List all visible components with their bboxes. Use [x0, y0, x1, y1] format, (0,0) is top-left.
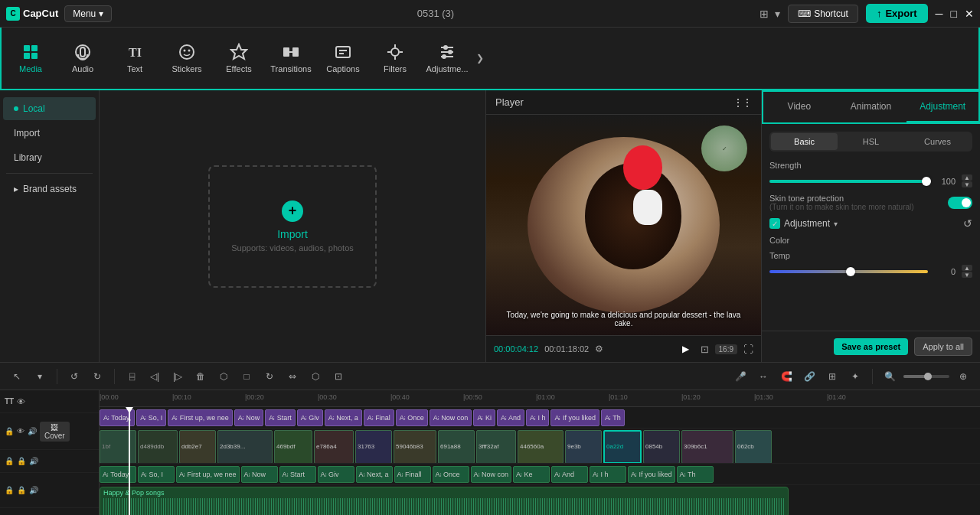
crop-tool[interactable]: ⊡ — [329, 367, 348, 386]
maximize-icon[interactable]: □ — [951, 8, 957, 20]
left-panel-item-brand-assets[interactable]: ▸ Brand assets — [3, 178, 96, 200]
acap-audio-icon[interactable]: 🔊 — [29, 457, 38, 465]
clip-8[interactable]: 691a88 — [438, 430, 475, 464]
cover-button[interactable]: 🖼 Cover — [40, 422, 70, 442]
skin-tone-toggle[interactable] — [948, 197, 972, 209]
audio-cap-7[interactable]: Aᵢ Finall — [394, 466, 431, 483]
clip-1[interactable]: d489ddb — [138, 430, 178, 464]
caption-item-6[interactable]: Aᵢ Next, a — [325, 409, 362, 426]
clip-11[interactable]: 9e3b — [565, 430, 602, 464]
audio-cap-14[interactable]: Aᵢ Th — [677, 466, 714, 483]
audio-cap-12[interactable]: Aᵢ I h — [590, 466, 626, 483]
left-panel-item-local[interactable]: Local — [3, 97, 96, 120]
clip-4[interactable]: 469bdf — [274, 430, 312, 464]
temp-step-up[interactable]: ▲ — [962, 265, 972, 271]
adjustment-arrow[interactable]: ▾ — [834, 220, 838, 228]
save-preset-button[interactable]: Save as preset — [834, 338, 908, 355]
trim-right-tool[interactable]: |▷ — [168, 367, 187, 386]
clip-12[interactable]: 0a22d — [603, 430, 642, 464]
audio-cap-13[interactable]: Aᵢ If you liked — [628, 466, 675, 483]
audio-cap-11[interactable]: Aᵢ And — [551, 466, 588, 483]
close-icon[interactable]: ✕ — [965, 8, 974, 20]
strength-step-up[interactable]: ▲ — [962, 174, 972, 181]
temp-step-down[interactable]: ▼ — [962, 272, 972, 278]
audio-cap-4[interactable]: Aᵢ Start — [279, 466, 316, 483]
align-icon[interactable]: ⊞ — [823, 367, 841, 386]
tool-text[interactable]: TI Text — [109, 31, 161, 85]
caption-item-7[interactable]: Aᵢ Final — [364, 409, 394, 426]
tt-hide-icon[interactable]: 👁 — [17, 397, 25, 406]
freeze-tool[interactable]: □ — [237, 367, 256, 386]
export-button[interactable]: ↑ Export — [866, 4, 928, 23]
dropdown-icon[interactable]: ▾ — [775, 8, 780, 20]
clip-3[interactable]: 2d3b39... — [217, 430, 273, 464]
zoom-slider[interactable] — [903, 375, 949, 378]
clip-7[interactable]: 59046b83 — [394, 430, 436, 464]
caption-item-5[interactable]: Aᵢ Giv — [297, 409, 323, 426]
play-button[interactable]: ▶ — [678, 341, 694, 357]
strength-stepper[interactable]: ▲ ▼ — [962, 174, 972, 187]
left-panel-item-import[interactable]: Import — [3, 122, 96, 145]
caption-item-12[interactable]: Aᵢ I h — [526, 409, 550, 426]
tab-adjustment[interactable]: Adjustment — [906, 92, 978, 122]
magnet-icon[interactable]: 🧲 — [777, 367, 795, 386]
acap-icon-2[interactable]: 🔒 — [17, 457, 26, 465]
rotate-tool[interactable]: ↻ — [260, 367, 279, 386]
audio-cap-6[interactable]: Aᵢ Next, a — [356, 466, 393, 483]
caption-item-8[interactable]: Aᵢ Once — [396, 409, 428, 426]
clip-13[interactable]: 0854b — [643, 430, 680, 464]
clip-10[interactable]: 446560a — [518, 430, 564, 464]
caption-item-14[interactable]: Aᵢ Th — [601, 409, 625, 426]
caption-item-10[interactable]: Aᵢ Ki — [473, 409, 495, 426]
video-hide-icon[interactable]: 👁 — [17, 427, 24, 435]
music-audio-icon[interactable]: 🔊 — [29, 486, 38, 494]
tool-filters[interactable]: Filters — [369, 31, 421, 85]
clip-0[interactable]: 1bf — [100, 430, 136, 464]
tab-animation[interactable]: Animation — [835, 92, 907, 122]
strength-slider[interactable] — [769, 180, 928, 183]
video-lock-icon[interactable]: 🔒 — [5, 427, 14, 435]
music-icon-2[interactable]: 🔒 — [17, 486, 26, 494]
left-panel-item-library[interactable]: Library — [3, 146, 96, 169]
split-tool[interactable]: ⌸ — [122, 367, 141, 386]
link-icon[interactable]: 🔗 — [800, 367, 818, 386]
tool-audio[interactable]: Audio — [57, 31, 109, 85]
toolbar-more-icon[interactable]: ❯ — [473, 50, 487, 67]
tab-video[interactable]: Video — [763, 92, 835, 122]
temp-slider[interactable] — [769, 270, 928, 273]
sub-tab-hsl[interactable]: HSL — [838, 133, 904, 150]
clip-14[interactable]: 309b6c1 — [681, 430, 733, 464]
grid-view-icon[interactable]: ⊞ — [760, 8, 769, 20]
caption-item-1[interactable]: Aᵢ So, I — [136, 409, 166, 426]
tool-media[interactable]: Media — [5, 31, 57, 85]
music-track[interactable]: Happy & Pop songs — [100, 487, 789, 516]
sub-tab-basic[interactable]: Basic — [771, 133, 838, 150]
import-drop-zone[interactable]: + Import Supports: videos, audios, photo… — [208, 165, 377, 288]
acap-icon-1[interactable]: 🔒 — [5, 457, 14, 465]
player-settings-icon[interactable]: ⚙ — [595, 344, 603, 354]
select-tool[interactable]: ↖ — [8, 367, 26, 386]
strength-step-down[interactable]: ▼ — [962, 181, 972, 187]
temp-stepper[interactable]: ▲ ▼ — [962, 265, 972, 278]
tool-effects[interactable]: Effects — [213, 31, 265, 85]
link-clips-icon[interactable]: ↔ — [754, 367, 773, 386]
menu-button[interactable]: Menu ▾ — [64, 5, 111, 22]
tool-captions[interactable]: Captions — [317, 31, 369, 85]
group-tool[interactable]: ⬡ — [214, 367, 233, 386]
caption-item-4[interactable]: Aᵢ Start — [265, 409, 296, 426]
audio-cap-3[interactable]: Aᵢ Now — [241, 466, 278, 483]
video-audio-icon[interactable]: 🔊 — [28, 427, 37, 435]
audio-cap-8[interactable]: Aᵢ Once — [433, 466, 469, 483]
caption-item-13[interactable]: Aᵢ If you liked — [550, 409, 599, 426]
minimize-icon[interactable]: ─ — [936, 8, 943, 20]
clip-15[interactable]: 062cb — [735, 430, 772, 464]
redo-button[interactable]: ↻ — [88, 367, 106, 386]
shortcut-button[interactable]: ⌨ Shortcut — [788, 5, 858, 23]
fit-screen-icon[interactable]: ⊡ — [701, 344, 709, 355]
ai-icon[interactable]: ✦ — [846, 367, 864, 386]
flip-tool[interactable]: ⇔ — [283, 367, 302, 386]
tool-adjustment[interactable]: Adjustme... — [421, 31, 473, 85]
audio-cap-5[interactable]: Aᵢ Giv — [318, 466, 354, 483]
arrow-dropdown[interactable]: ▾ — [31, 367, 49, 386]
clip-5[interactable]: e786a4 — [314, 430, 354, 464]
